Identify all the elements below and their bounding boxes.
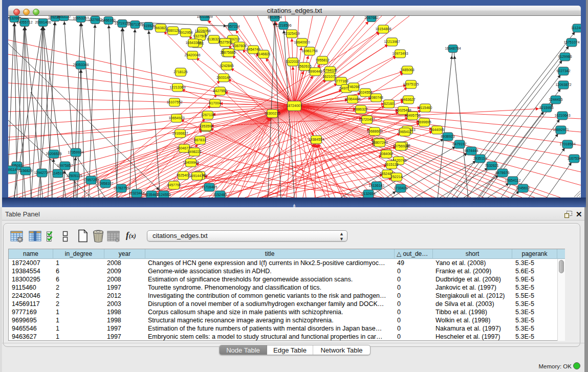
svg-text:7485063: 7485063 bbox=[400, 68, 414, 72]
svg-text:39114: 39114 bbox=[8, 168, 17, 171]
svg-text:20364486: 20364486 bbox=[344, 97, 360, 101]
svg-text:12093872: 12093872 bbox=[555, 83, 571, 86]
svg-text:10653267: 10653267 bbox=[73, 16, 89, 20]
svg-text:7632621: 7632621 bbox=[485, 164, 498, 167]
svg-text:867833: 867833 bbox=[194, 138, 206, 142]
svg-text:17018504: 17018504 bbox=[559, 142, 575, 146]
svg-text:9527508: 9527508 bbox=[218, 40, 232, 44]
svg-text:15751074: 15751074 bbox=[563, 40, 579, 44]
svg-text:9146821: 9146821 bbox=[256, 52, 270, 56]
svg-text:10975857: 10975857 bbox=[57, 164, 73, 167]
svg-text:16107552: 16107552 bbox=[166, 100, 182, 104]
svg-text:12505135: 12505135 bbox=[66, 174, 82, 178]
svg-text:10973493: 10973493 bbox=[392, 52, 408, 55]
svg-text:18640910: 18640910 bbox=[294, 40, 310, 44]
svg-text:62160: 62160 bbox=[384, 102, 394, 105]
svg-text:14055712: 14055712 bbox=[16, 20, 32, 24]
svg-text:12213967: 12213967 bbox=[384, 40, 400, 43]
svg-text:20691406: 20691406 bbox=[35, 20, 51, 24]
svg-text:12218596: 12218596 bbox=[275, 24, 291, 27]
svg-text:10654112: 10654112 bbox=[505, 179, 521, 182]
svg-text:8938923: 8938923 bbox=[441, 135, 454, 138]
svg-text:13975115: 13975115 bbox=[403, 82, 419, 86]
svg-text:12213369: 12213369 bbox=[169, 85, 185, 89]
svg-text:1733426: 1733426 bbox=[394, 186, 407, 190]
svg-text:23420046: 23420046 bbox=[184, 53, 200, 57]
svg-text:1527602: 1527602 bbox=[88, 18, 102, 21]
svg-text:9660124: 9660124 bbox=[166, 29, 180, 32]
svg-text:12323446: 12323446 bbox=[128, 191, 144, 195]
svg-text:1244415: 1244415 bbox=[549, 98, 562, 101]
svg-text:18807249: 18807249 bbox=[372, 141, 387, 144]
svg-text:9463627: 9463627 bbox=[401, 98, 415, 101]
svg-text:16543362: 16543362 bbox=[185, 41, 201, 45]
svg-text:18495758: 18495758 bbox=[404, 114, 420, 117]
svg-text:3024554: 3024554 bbox=[358, 91, 372, 94]
svg-text:15720407: 15720407 bbox=[359, 118, 375, 121]
svg-text:16671355: 16671355 bbox=[127, 23, 143, 26]
svg-text:10958107: 10958107 bbox=[97, 182, 113, 185]
svg-text:5322037: 5322037 bbox=[286, 60, 299, 63]
svg-text:9242845: 9242845 bbox=[220, 64, 233, 68]
svg-text:5875685: 5875685 bbox=[222, 51, 235, 54]
svg-text:9115460: 9115460 bbox=[419, 106, 432, 110]
svg-text:2367608: 2367608 bbox=[232, 44, 246, 48]
svg-text:9129966: 9129966 bbox=[558, 55, 572, 58]
svg-text:1353594: 1353594 bbox=[199, 124, 213, 128]
svg-text:8132665: 8132665 bbox=[8, 16, 21, 20]
svg-text:10654923: 10654923 bbox=[168, 116, 184, 120]
svg-text:7886322: 7886322 bbox=[354, 107, 367, 111]
svg-text:19384554: 19384554 bbox=[308, 138, 324, 141]
svg-text:16914479: 16914479 bbox=[189, 174, 205, 178]
svg-text:9245612: 9245612 bbox=[516, 186, 530, 190]
svg-text:8124553: 8124553 bbox=[157, 193, 170, 196]
svg-text:19166827: 19166827 bbox=[172, 132, 188, 135]
svg-text:1615132: 1615132 bbox=[384, 163, 398, 166]
svg-text:15692971: 15692971 bbox=[553, 128, 569, 132]
svg-text:17957253: 17957253 bbox=[83, 178, 99, 182]
svg-text:12325419: 12325419 bbox=[284, 32, 299, 35]
svg-text:10688609: 10688609 bbox=[366, 129, 382, 133]
svg-text:8454749: 8454749 bbox=[246, 48, 260, 51]
svg-text:20206535: 20206535 bbox=[46, 152, 61, 156]
svg-text:16782759: 16782759 bbox=[113, 186, 129, 190]
svg-text:9132654: 9132654 bbox=[361, 192, 375, 195]
svg-text:7955812: 7955812 bbox=[315, 58, 329, 62]
svg-text:x: x bbox=[116, 238, 118, 243]
svg-text:16648784: 16648784 bbox=[445, 47, 461, 50]
svg-text:1167534: 1167534 bbox=[568, 157, 581, 160]
svg-text:16961758: 16961758 bbox=[301, 49, 317, 53]
svg-text:1644095: 1644095 bbox=[430, 128, 444, 132]
svg-text:9474444: 9474444 bbox=[464, 149, 478, 152]
svg-text:9777169: 9777169 bbox=[334, 79, 348, 83]
svg-text:1562615: 1562615 bbox=[297, 64, 311, 68]
svg-text:2087682: 2087682 bbox=[364, 16, 378, 19]
svg-text:1080748: 1080748 bbox=[369, 96, 383, 99]
svg-text:1965412: 1965412 bbox=[398, 130, 411, 134]
svg-text:8427552: 8427552 bbox=[213, 89, 227, 93]
svg-text:8990448: 8990448 bbox=[308, 70, 322, 73]
svg-text:1156829: 1156829 bbox=[19, 169, 33, 172]
svg-text:8813054: 8813054 bbox=[268, 16, 281, 19]
svg-text:2935114: 2935114 bbox=[473, 157, 487, 160]
svg-text:18300275: 18300275 bbox=[264, 112, 280, 115]
svg-text:16154808: 16154808 bbox=[375, 27, 391, 31]
svg-text:9327508: 9327508 bbox=[193, 34, 207, 38]
svg-text:14136141: 14136141 bbox=[368, 184, 384, 187]
svg-text:16210643: 16210643 bbox=[554, 114, 570, 117]
svg-text:9227342: 9227342 bbox=[556, 69, 570, 73]
svg-text:8215958: 8215958 bbox=[539, 106, 553, 110]
svg-text:2718126: 2718126 bbox=[173, 70, 187, 74]
svg-text:10756928: 10756928 bbox=[393, 144, 408, 148]
svg-text:3498222: 3498222 bbox=[187, 150, 201, 154]
svg-text:746266: 746266 bbox=[347, 85, 359, 89]
svg-text:16033809: 16033809 bbox=[197, 16, 212, 18]
svg-text:29053346: 29053346 bbox=[73, 63, 89, 67]
svg-text:252214: 252214 bbox=[390, 175, 402, 179]
svg-text:9699695: 9699695 bbox=[417, 120, 431, 124]
svg-text:6794028: 6794028 bbox=[323, 69, 337, 72]
svg-text:6466160: 6466160 bbox=[101, 18, 115, 22]
svg-text:7357224: 7357224 bbox=[226, 25, 239, 28]
svg-text:8478676: 8478676 bbox=[495, 171, 509, 174]
svg-text:3084067: 3084067 bbox=[379, 152, 393, 156]
